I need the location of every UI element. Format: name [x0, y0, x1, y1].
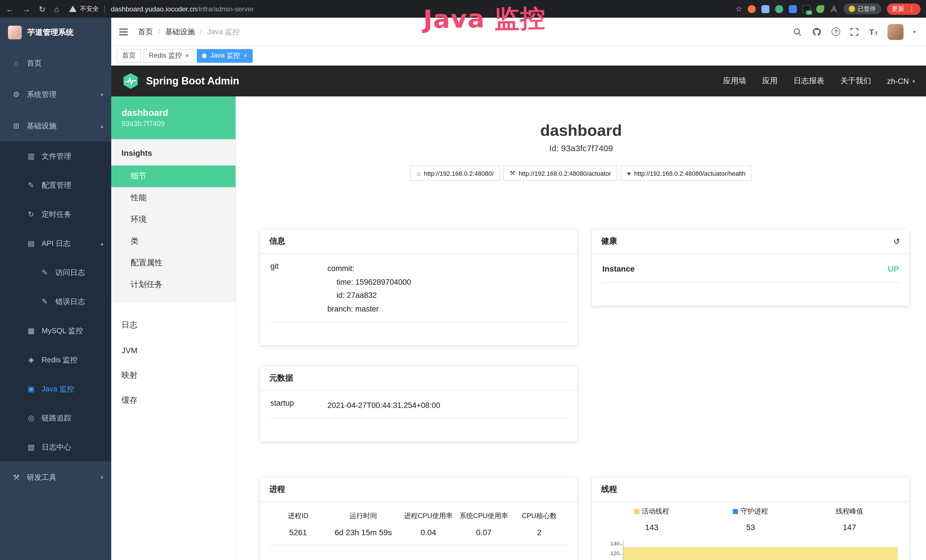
- gear-icon: ⚙: [12, 90, 21, 99]
- sidebar-item-scheduled-jobs[interactable]: ↻ 定时任务: [0, 200, 111, 229]
- sidebar-item-access-log[interactable]: ✎ 访问日志: [0, 258, 111, 287]
- tab-redis-monitor[interactable]: Redis 监控 ×: [144, 49, 194, 62]
- history-icon[interactable]: ↺: [893, 237, 900, 246]
- hamburger-icon[interactable]: [118, 26, 129, 37]
- extension-rocket-icon[interactable]: [830, 5, 838, 13]
- sba-nav-journal[interactable]: 日志报表: [793, 76, 824, 86]
- avatar[interactable]: [888, 24, 903, 40]
- extension-vue-icon[interactable]: [775, 5, 783, 13]
- sba-item-caches[interactable]: 缓存: [111, 388, 236, 413]
- sidebar-item-dev-tools[interactable]: ⚒ 研发工具 ▾: [0, 462, 111, 493]
- chevron-down-icon: ▾: [912, 78, 915, 84]
- close-icon[interactable]: ×: [185, 53, 189, 59]
- sba-brand[interactable]: Spring Boot Admin: [146, 75, 239, 87]
- search-icon[interactable]: [793, 27, 802, 36]
- sba-locale-select[interactable]: zh-CN ▾: [887, 77, 915, 85]
- sidebar-item-error-log[interactable]: ✎ 错误日志: [0, 287, 111, 316]
- sba-nav-wallboard[interactable]: 应用墙: [723, 76, 746, 86]
- sidebar-item-log-center[interactable]: ▧ 日志中心: [0, 433, 111, 462]
- sba-nav-about[interactable]: 关于我们: [840, 76, 871, 86]
- sba-logo-icon: [122, 73, 139, 89]
- browser-menu-icon[interactable]: ⋮: [908, 5, 915, 13]
- sidebar-item-trace[interactable]: ◎ 链路追踪: [0, 403, 111, 433]
- sba-item-environment[interactable]: 环境: [111, 209, 236, 230]
- col-header: 系统CPU使用率: [456, 511, 511, 521]
- info-row-git: git commit: time: 1596289704000 id: 27aa…: [270, 262, 567, 322]
- sidebar-item-java-monitor[interactable]: ▣ Java 监控: [0, 374, 111, 403]
- home-icon[interactable]: ⌂: [54, 4, 59, 14]
- sba-content: dashboard Id: 93a3fc7f7409 ⌂ http://192.…: [236, 97, 926, 560]
- sidebar-item-system-management[interactable]: ⚙ 系统管理 ▾: [0, 79, 111, 110]
- sidebar-item-mysql-monitor[interactable]: ▦ MySQL 监控: [0, 316, 111, 345]
- reload-icon[interactable]: ↻: [39, 4, 45, 14]
- breadcrumb-home[interactable]: 首页: [138, 27, 153, 37]
- tab-home[interactable]: 首页: [117, 49, 141, 62]
- sidebar-item-label: Java 监控: [42, 384, 74, 394]
- active-threads-area: [623, 547, 898, 560]
- legend-label: 线程峰值: [836, 507, 863, 516]
- info-key: git: [270, 262, 327, 316]
- insights-label: Insights: [111, 139, 236, 165]
- health-url-link[interactable]: ♥ http://192.168.0.2:48080/actuator/heal…: [621, 165, 752, 181]
- extension-fox-icon[interactable]: [748, 5, 756, 13]
- sidebar-item-label: 系统管理: [27, 89, 56, 100]
- health-key: Instance: [602, 264, 635, 273]
- extension-leaf-icon[interactable]: [816, 5, 824, 13]
- font-size-icon[interactable]: TT: [869, 27, 878, 36]
- col-header: CPU核心数: [511, 511, 567, 521]
- actuator-url: http://192.168.0.2:48080/actuator: [519, 170, 611, 177]
- sidebar-item-label: 错误日志: [55, 297, 85, 307]
- sba-nav-applications[interactable]: 应用: [762, 76, 778, 86]
- sidebar-item-api-log[interactable]: ▤ API 日志 ▴: [0, 229, 111, 258]
- sidebar-item-config-management[interactable]: ✎ 配置管理: [0, 171, 111, 200]
- sba-item-scheduled-tasks[interactable]: 计划任务: [111, 274, 236, 295]
- sba-item-logfile[interactable]: 日志: [111, 313, 236, 338]
- breadcrumb-infrastructure[interactable]: 基础设施: [165, 27, 195, 37]
- tab-java-monitor[interactable]: Java 监控 ×: [197, 49, 253, 62]
- instance-id: 93a3fc7f7409: [121, 120, 225, 128]
- sba-item-metrics[interactable]: 性能: [111, 187, 236, 209]
- help-icon[interactable]: ?: [832, 27, 840, 36]
- github-icon[interactable]: [812, 27, 822, 36]
- sba-item-details[interactable]: 细节: [111, 165, 236, 187]
- update-button[interactable]: 更新 ⋮: [887, 3, 920, 15]
- timer-icon: ↻: [27, 210, 35, 218]
- sidebar-item-home[interactable]: ⌂ 首页: [0, 47, 111, 79]
- app-title: 芋道管理系统: [27, 27, 74, 38]
- sidebar-item-infrastructure[interactable]: ⊞ 基础设施 ▴: [0, 110, 111, 141]
- extension-switch-icon[interactable]: on: [802, 5, 811, 13]
- metadata-key: startup: [270, 399, 327, 412]
- process-col-cores: CPU核心数 2: [511, 511, 567, 537]
- avatar-caret-icon[interactable]: ▾: [913, 29, 916, 35]
- close-icon[interactable]: ×: [244, 53, 247, 59]
- chevron-down-icon: ▾: [101, 474, 103, 480]
- database-icon: ▦: [27, 326, 35, 335]
- sba-instance-header[interactable]: dashboard 93a3fc7f7409: [111, 97, 236, 139]
- site-security[interactable]: 不安全: [69, 5, 99, 13]
- smiley-icon: [849, 6, 855, 12]
- sba-item-jvm[interactable]: JVM: [111, 338, 236, 363]
- col-value: 0.07: [456, 528, 511, 537]
- extension-drop-icon[interactable]: [761, 5, 769, 13]
- extension-grid-icon[interactable]: [789, 5, 797, 13]
- sba-item-mappings[interactable]: 映射: [111, 363, 236, 388]
- sidebar-item-label: MySQL 监控: [42, 325, 83, 336]
- actuator-url-link[interactable]: ⚒ http://192.168.0.2:48080/actuator: [503, 165, 617, 181]
- sidebar-item-file-management[interactable]: ▥ 文件管理: [0, 141, 111, 171]
- bookmark-star-icon[interactable]: ☆: [735, 5, 742, 13]
- forward-icon[interactable]: →: [22, 4, 30, 14]
- sidebar-item-label: 文件管理: [42, 151, 71, 161]
- back-icon[interactable]: ←: [6, 4, 14, 14]
- paused-badge[interactable]: 已暂停: [844, 3, 881, 14]
- sidebar-item-redis-monitor[interactable]: ◈ Redis 监控: [0, 345, 111, 374]
- address-bar[interactable]: dashboard.yudao.iocoder.cn/infra/admin-s…: [110, 5, 254, 13]
- chevron-up-icon: ▴: [101, 123, 103, 129]
- sidebar-item-label: 基础设施: [27, 121, 56, 131]
- fullscreen-icon[interactable]: [850, 27, 859, 36]
- log-center-icon: ▧: [27, 443, 35, 451]
- card-title: 元数据: [260, 366, 577, 391]
- sba-item-classes[interactable]: 类: [111, 230, 236, 252]
- sba-item-configprops[interactable]: 配置属性: [111, 252, 236, 274]
- t-small-glyph: T: [875, 30, 878, 36]
- service-url-link[interactable]: ⌂ http://192.168.0.2:48080/: [410, 165, 500, 181]
